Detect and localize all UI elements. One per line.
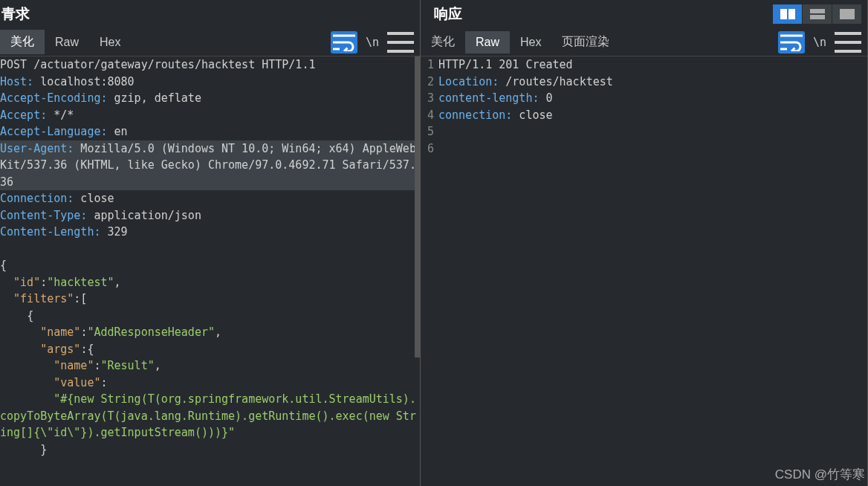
menu-button[interactable] [387, 31, 414, 54]
view-split-button[interactable] [773, 4, 802, 24]
svg-rect-3 [810, 15, 825, 19]
request-tabbar: 美化 Raw Hex \n [0, 28, 420, 56]
scroll-thumb[interactable] [415, 56, 420, 357]
response-panel: 响应 美化 Raw Hex 页面渲染 \n 12345 [421, 0, 868, 486]
full-icon [840, 9, 855, 19]
menu-button-resp[interactable] [835, 31, 861, 54]
request-tools: \n [331, 31, 420, 54]
watermark: CSDN @竹等寒 [775, 466, 865, 483]
response-content[interactable]: 123456 HTTP/1.1 201 CreatedLocation: /ro… [421, 56, 867, 486]
view-full-button[interactable] [832, 4, 861, 24]
wrap-icon [331, 33, 357, 51]
tab-raw[interactable]: Raw [45, 31, 89, 54]
tab-beautify-resp[interactable]: 美化 [421, 30, 465, 54]
newline-button[interactable]: \n [359, 31, 386, 54]
response-tabbar: 美化 Raw Hex 页面渲染 \n [421, 28, 867, 56]
split-icon [780, 9, 795, 19]
tab-render-resp[interactable]: 页面渲染 [551, 30, 620, 54]
scroll-track[interactable] [415, 56, 420, 486]
hamburger-icon [387, 32, 414, 53]
response-gutter: 123456 [421, 56, 438, 486]
svg-rect-4 [840, 9, 855, 19]
response-title-text: 响应 [434, 4, 462, 24]
stack-icon [810, 9, 825, 19]
request-panel: 青求 美化 Raw Hex \n POST /actuator/gateway/… [0, 0, 421, 486]
tab-raw-resp[interactable]: Raw [465, 31, 510, 54]
response-title: 响应 [421, 0, 867, 28]
tab-hex-resp[interactable]: Hex [510, 31, 551, 54]
request-code[interactable]: POST /actuator/gateway/routes/hacktest H… [0, 56, 420, 486]
response-code[interactable]: HTTP/1.1 201 CreatedLocation: /routes/ha… [438, 56, 867, 486]
tab-beautify[interactable]: 美化 [0, 30, 45, 54]
wrap-button[interactable] [331, 31, 357, 54]
view-mode-group [773, 4, 867, 24]
svg-rect-0 [780, 9, 787, 19]
newline-button-resp[interactable]: \n [806, 31, 833, 54]
svg-rect-2 [810, 9, 825, 13]
request-content[interactable]: POST /actuator/gateway/routes/hacktest H… [0, 56, 420, 486]
tab-hex[interactable]: Hex [89, 31, 131, 54]
request-title: 青求 [0, 0, 420, 28]
wrap-button-resp[interactable] [778, 31, 805, 54]
hamburger-icon [835, 32, 861, 53]
view-stack-button[interactable] [803, 4, 832, 24]
response-tools: \n [778, 31, 867, 54]
wrap-icon [778, 33, 805, 51]
svg-rect-1 [788, 9, 795, 19]
request-title-text: 青求 [1, 4, 30, 24]
